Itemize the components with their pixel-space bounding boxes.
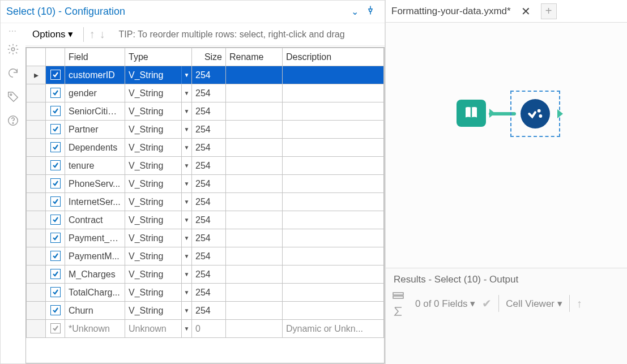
size-cell[interactable]: 254	[192, 102, 226, 121]
type-cell[interactable]: V_String▼	[125, 193, 192, 211]
include-checkbox[interactable]	[46, 302, 65, 320]
field-name-cell[interactable]: TotalCharg...	[65, 284, 125, 302]
size-cell[interactable]: 254	[192, 139, 226, 157]
include-checkbox[interactable]	[46, 193, 65, 211]
type-cell[interactable]: V_String▼	[125, 265, 192, 284]
row-indicator[interactable]	[27, 302, 46, 320]
description-cell[interactable]	[283, 302, 384, 320]
type-dropdown-icon[interactable]: ▼	[181, 229, 191, 247]
size-cell[interactable]: 254	[192, 193, 226, 211]
size-cell[interactable]: 254	[192, 121, 226, 139]
type-cell[interactable]: V_String▼	[125, 66, 192, 84]
rename-cell[interactable]	[226, 229, 283, 247]
close-icon[interactable]: ✕	[518, 5, 534, 18]
type-dropdown-icon[interactable]: ▼	[181, 211, 191, 229]
row-indicator[interactable]	[27, 211, 46, 229]
type-cell[interactable]: V_String▼	[125, 247, 192, 265]
type-cell[interactable]: V_String▼	[125, 84, 192, 102]
select-tool[interactable]	[510, 91, 560, 137]
type-dropdown-icon[interactable]: ▼	[181, 157, 191, 174]
row-indicator[interactable]	[27, 193, 46, 211]
field-name-cell[interactable]: customerID	[65, 66, 125, 84]
row-indicator[interactable]	[27, 284, 46, 302]
table-row[interactable]: TotalCharg...V_String▼254	[27, 284, 384, 302]
size-cell[interactable]: 254	[192, 247, 226, 265]
size-cell[interactable]: 254	[192, 157, 226, 175]
rename-cell[interactable]	[226, 284, 283, 302]
rename-cell[interactable]	[226, 84, 283, 102]
type-dropdown-icon[interactable]: ▼	[181, 121, 191, 138]
field-name-cell[interactable]: Payment_PB	[65, 229, 125, 247]
include-checkbox[interactable]	[46, 229, 65, 247]
include-checkbox[interactable]	[46, 102, 65, 121]
include-checkbox[interactable]	[46, 66, 65, 84]
type-dropdown-icon[interactable]: ▼	[181, 193, 191, 211]
rename-cell[interactable]	[226, 175, 283, 193]
rename-cell[interactable]	[226, 139, 283, 157]
document-tab[interactable]: Formatting-your-data.yxmd*	[391, 6, 511, 17]
field-name-cell[interactable]: Churn	[65, 302, 125, 320]
size-cell[interactable]: 254	[192, 211, 226, 229]
description-cell[interactable]	[283, 193, 384, 211]
move-up-icon[interactable]: ↑	[87, 28, 97, 41]
type-cell[interactable]: V_String▼	[125, 157, 192, 175]
gear-icon[interactable]	[5, 41, 21, 57]
row-indicator[interactable]	[27, 265, 46, 284]
field-name-cell[interactable]: Contract	[65, 211, 125, 229]
rename-cell[interactable]	[226, 157, 283, 175]
type-dropdown-icon[interactable]: ▼	[181, 84, 191, 102]
include-checkbox[interactable]	[46, 320, 65, 338]
input-data-tool[interactable]	[451, 96, 491, 130]
table-row[interactable]: tenureV_String▼254	[27, 157, 384, 175]
field-name-cell[interactable]: gender	[65, 84, 125, 102]
include-checkbox[interactable]	[46, 121, 65, 139]
field-name-cell[interactable]: PaymentM...	[65, 247, 125, 265]
include-checkbox[interactable]	[46, 157, 65, 175]
type-dropdown-icon[interactable]: ▼	[181, 284, 191, 301]
type-dropdown-icon[interactable]: ▼	[181, 175, 191, 192]
row-indicator[interactable]	[27, 121, 46, 139]
field-name-cell[interactable]: *Unknown	[65, 320, 125, 338]
field-name-cell[interactable]: PhoneServ...	[65, 175, 125, 193]
col-rename[interactable]: Rename	[226, 48, 283, 66]
type-cell[interactable]: V_String▼	[125, 139, 192, 157]
description-cell[interactable]	[283, 102, 384, 121]
table-row[interactable]: InternetSer...V_String▼254	[27, 193, 384, 211]
sigma-icon[interactable]	[391, 305, 405, 318]
include-checkbox[interactable]	[46, 284, 65, 302]
size-cell[interactable]: 254	[192, 229, 226, 247]
row-indicator[interactable]	[27, 84, 46, 102]
type-dropdown-icon[interactable]: ▼	[181, 247, 191, 265]
field-name-cell[interactable]: SeniorCitizen	[65, 102, 125, 121]
description-cell[interactable]	[283, 66, 384, 84]
size-cell[interactable]: 0	[192, 320, 226, 338]
size-cell[interactable]: 254	[192, 84, 226, 102]
type-dropdown-icon[interactable]: ▼	[181, 265, 191, 283]
refresh-icon[interactable]	[5, 65, 21, 81]
options-menu[interactable]: Options ▾	[25, 28, 80, 40]
output-anchor-icon[interactable]	[557, 109, 563, 118]
rename-cell[interactable]	[226, 66, 283, 84]
collapse-chevron-icon[interactable]: ⌄	[348, 6, 362, 17]
field-name-cell[interactable]: tenure	[65, 157, 125, 175]
include-checkbox[interactable]	[46, 139, 65, 157]
rename-cell[interactable]	[226, 320, 283, 338]
table-row[interactable]: Payment_PBV_String▼254	[27, 229, 384, 247]
field-name-cell[interactable]: M_Charges	[65, 265, 125, 284]
type-cell[interactable]: Unknown▼	[125, 320, 192, 338]
col-type[interactable]: Type	[125, 48, 192, 66]
table-row[interactable]: ContractV_String▼254	[27, 211, 384, 229]
table-row[interactable]: ▸customerIDV_String▼254	[27, 66, 384, 84]
row-indicator[interactable]	[27, 229, 46, 247]
type-cell[interactable]: V_String▼	[125, 175, 192, 193]
drag-handle-icon[interactable]: ⋯	[8, 27, 18, 33]
apply-check-icon[interactable]: ✔	[482, 297, 492, 310]
include-checkbox[interactable]	[46, 84, 65, 102]
table-row[interactable]: PartnerV_String▼254	[27, 121, 384, 139]
type-cell[interactable]: V_String▼	[125, 121, 192, 139]
size-cell[interactable]: 254	[192, 66, 226, 84]
row-indicator[interactable]: ▸	[27, 66, 46, 84]
description-cell[interactable]	[283, 139, 384, 157]
type-cell[interactable]: V_String▼	[125, 284, 192, 302]
type-dropdown-icon[interactable]: ▼	[181, 320, 191, 337]
